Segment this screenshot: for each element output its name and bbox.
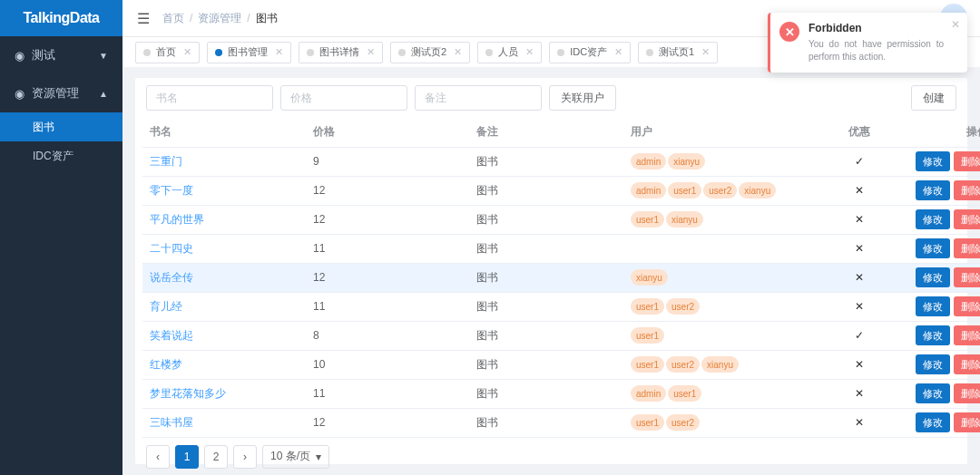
tab[interactable]: IDC资产✕ <box>549 42 631 63</box>
book-name[interactable]: 育儿经 <box>150 300 182 313</box>
book-name[interactable]: 平凡的世界 <box>150 213 204 226</box>
table-row: 二十四史11图书✕修改删除 <box>142 234 980 263</box>
edit-button[interactable]: 修改 <box>916 325 950 345</box>
close-icon[interactable]: ✕ <box>701 46 710 58</box>
book-name[interactable]: 红楼梦 <box>150 358 182 371</box>
submenu-item[interactable]: IDC资产 <box>0 141 122 170</box>
x-icon: ✕ <box>855 213 864 226</box>
close-icon[interactable]: ✕ <box>275 46 283 58</box>
menu-item[interactable]: ◉测试▼ <box>0 36 122 74</box>
close-icon[interactable]: ✕ <box>525 46 534 58</box>
close-icon[interactable]: ✕ <box>951 18 960 31</box>
delete-button[interactable]: 删除 <box>954 151 980 171</box>
table-row: 红楼梦10图书user1user2xianyu✕修改删除 <box>142 350 980 379</box>
delete-button[interactable]: 删除 <box>954 354 980 374</box>
book-price: 12 <box>306 263 469 292</box>
table-row: 笑着说起8图书user1✓修改删除 <box>142 321 980 350</box>
book-note: 图书 <box>469 408 623 437</box>
tab-label: 测试页1 <box>659 45 694 59</box>
delete-button[interactable]: 删除 <box>954 383 980 403</box>
create-button[interactable]: 创建 <box>911 85 956 111</box>
delete-button[interactable]: 删除 <box>954 180 980 200</box>
close-icon[interactable]: ✕ <box>454 46 462 58</box>
breadcrumb-item[interactable]: 首页 <box>162 11 184 26</box>
tab[interactable]: 图书管理✕ <box>207 42 291 63</box>
close-icon[interactable]: ✕ <box>183 46 191 58</box>
book-price: 11 <box>306 234 469 263</box>
tab-label: 人员 <box>498 45 518 59</box>
tab[interactable]: 测试页1✕ <box>638 42 718 63</box>
delete-button[interactable]: 删除 <box>954 325 980 345</box>
x-icon: ✕ <box>855 387 864 400</box>
tab[interactable]: 测试页2✕ <box>390 42 470 63</box>
table-row: 平凡的世界12图书user1xianyu✕修改删除 <box>142 205 980 234</box>
book-name[interactable]: 笑着说起 <box>150 329 193 342</box>
book-name[interactable]: 零下一度 <box>150 184 193 197</box>
book-name[interactable]: 三重门 <box>150 155 182 168</box>
logo-text: TalkingData <box>24 10 100 26</box>
filter-note[interactable] <box>415 85 542 111</box>
prev-page[interactable]: ‹ <box>146 445 170 469</box>
tab[interactable]: 首页✕ <box>135 42 200 63</box>
x-icon: ✕ <box>855 184 864 197</box>
table-row: 零下一度12图书adminuser1user2xianyu✕修改删除 <box>142 176 980 205</box>
page-number[interactable]: 2 <box>204 445 228 469</box>
user-badge: user1 <box>668 385 701 402</box>
hamburger-icon[interactable]: ☰ <box>137 10 150 27</box>
book-name[interactable]: 二十四史 <box>150 242 193 255</box>
delete-button[interactable]: 删除 <box>954 238 980 258</box>
breadcrumb-sep: / <box>247 12 250 24</box>
filter-name[interactable] <box>146 85 273 111</box>
edit-button[interactable]: 修改 <box>916 238 950 258</box>
book-name[interactable]: 三味书屋 <box>150 416 193 429</box>
edit-button[interactable]: 修改 <box>916 354 950 374</box>
book-price: 12 <box>306 176 469 205</box>
user-badge: user1 <box>631 414 664 431</box>
tab[interactable]: 人员✕ <box>477 42 542 63</box>
edit-button[interactable]: 修改 <box>916 209 950 229</box>
submenu-item[interactable]: 图书 <box>0 112 122 141</box>
book-name[interactable]: 说岳全传 <box>150 271 193 284</box>
edit-button[interactable]: 修改 <box>916 296 950 316</box>
col-note: 备注 <box>469 118 623 147</box>
tab[interactable]: 图书详情✕ <box>299 42 383 63</box>
edit-button[interactable]: 修改 <box>916 151 950 171</box>
filter-price[interactable] <box>280 85 407 111</box>
col-user: 用户 <box>623 118 814 147</box>
next-page[interactable]: › <box>233 445 257 469</box>
page-number[interactable]: 1 <box>175 445 199 469</box>
breadcrumb-sep: / <box>190 12 192 24</box>
delete-button[interactable]: 删除 <box>954 209 980 229</box>
edit-button[interactable]: 修改 <box>916 383 950 403</box>
edit-button[interactable]: 修改 <box>916 412 950 432</box>
menu-item[interactable]: ◉资源管理▲ <box>0 74 122 112</box>
x-icon: ✕ <box>855 416 864 429</box>
tab-dot-icon <box>143 49 151 56</box>
delete-button[interactable]: 删除 <box>954 412 980 432</box>
x-icon: ✕ <box>855 271 864 284</box>
edit-button[interactable]: 修改 <box>916 180 950 200</box>
chevron-down-icon: ▾ <box>316 451 321 463</box>
menu-icon: ◉ <box>15 49 24 63</box>
book-note: 图书 <box>469 263 623 292</box>
delete-button[interactable]: 删除 <box>954 296 980 316</box>
user-badge: user1 <box>631 211 664 228</box>
relate-user-button[interactable]: 关联用户 <box>549 85 616 111</box>
page-size-select[interactable]: 10 条/页▾ <box>262 445 329 469</box>
breadcrumb: 首页 / 资源管理 / 图书 <box>162 11 278 26</box>
book-note: 图书 <box>469 321 623 350</box>
user-badge: user1 <box>631 327 664 344</box>
table-row: 三重门9图书adminxianyu✓修改删除 <box>142 147 980 176</box>
check-icon: ✓ <box>855 155 864 168</box>
book-name[interactable]: 梦里花落知多少 <box>150 387 226 400</box>
close-icon[interactable]: ✕ <box>614 46 622 58</box>
book-note: 图书 <box>469 292 623 321</box>
edit-button[interactable]: 修改 <box>916 267 950 287</box>
x-icon: ✕ <box>855 300 864 313</box>
breadcrumb-item[interactable]: 资源管理 <box>198 11 241 26</box>
book-note: 图书 <box>469 205 623 234</box>
delete-button[interactable]: 删除 <box>954 267 980 287</box>
book-note: 图书 <box>469 234 623 263</box>
close-icon[interactable]: ✕ <box>367 46 375 58</box>
tab-label: 测试页2 <box>411 45 446 59</box>
